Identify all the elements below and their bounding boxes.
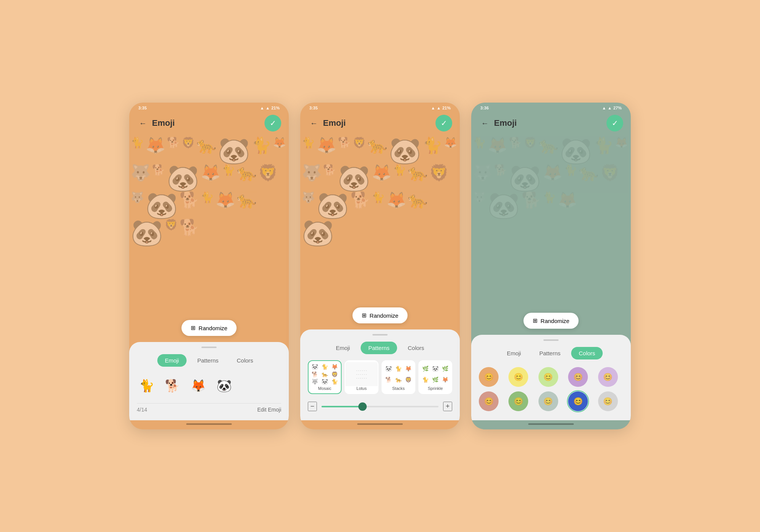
pattern-lotus[interactable]: · · · · · ·· · · · · ·· · · · · · Lotus — [345, 360, 378, 394]
header-3: ← Emoji ✓ — [471, 112, 631, 136]
bg-animal: 🐆 — [367, 138, 387, 163]
patterns-screen: 3:35 ▲ ▲ 21% ← Emoji ✓ 🐈 🦊 🐕 🦁 🐆 🐼 🐈 🦊 — [300, 103, 460, 429]
back-button-3[interactable]: ← — [479, 117, 491, 129]
bg-animal: 🐺 — [302, 165, 321, 191]
signal-icon-3: ▲ — [602, 106, 606, 110]
confirm-button-3[interactable]: ✓ — [606, 115, 623, 131]
page-title-1: Emoji — [152, 118, 264, 128]
bg-animal: 🦊 — [386, 192, 406, 218]
bottom-sheet-3: Emoji Patterns Colors 😊 😊 😊 😊 😊 😊 😊 😊 😊 … — [471, 335, 631, 420]
confirm-button-2[interactable]: ✓ — [435, 115, 452, 131]
bg-animal: 🐺 — [131, 165, 150, 191]
bg-animal: 🐈 — [252, 138, 271, 163]
bg-animal: 🦊 — [488, 138, 507, 163]
nav-bar-3 — [528, 423, 574, 425]
slider-thumb[interactable] — [358, 402, 367, 411]
sheet-handle-3 — [543, 339, 559, 341]
wifi-icon-1: ▲ — [266, 106, 270, 110]
color-yellow[interactable]: 😊 — [508, 367, 528, 387]
bg-animal: 🐼 — [167, 165, 199, 191]
color-rose[interactable]: 😊 — [479, 391, 499, 411]
colors-screen: 3:36 ▲ ▲ 27% ← Emoji ✓ 🐈 🦊 🐕 🦁 🐆 🐼 🐈 🦊 — [471, 103, 631, 429]
tab-patterns-1[interactable]: Patterns — [190, 354, 226, 367]
tab-patterns-2[interactable]: Patterns — [361, 342, 397, 354]
slider-increase-button[interactable]: + — [443, 402, 452, 411]
bg-animal: 🐼 — [389, 138, 421, 163]
color-sage[interactable]: 😊 — [538, 391, 558, 411]
tab-colors-2[interactable]: Colors — [400, 342, 432, 354]
confirm-button-1[interactable]: ✓ — [264, 115, 281, 131]
bg-animal: 🐈 — [302, 138, 315, 163]
pattern-area-3: 🐈 🦊 🐕 🦁 🐆 🐼 🐈 🦊 🐺 🐕 🐼 🦊 🐈 🐆 🦁 🐺 🐼 🐕 🐈 — [471, 136, 631, 335]
status-bar-3: 3:36 ▲ ▲ 27% — [471, 103, 631, 112]
emoji-item-1[interactable]: 🐕 — [163, 376, 182, 396]
back-button-1[interactable]: ← — [137, 117, 149, 129]
bg-animal: 🦊 — [201, 165, 220, 191]
slider-decrease-button[interactable]: − — [308, 402, 317, 411]
bg-animal: 🐕 — [338, 138, 351, 163]
bg-animal: 🐼 — [146, 192, 178, 218]
pattern-stacks[interactable]: 🐼 🐈 🦊 🐕 🐆 🦁 Stacks — [382, 360, 415, 394]
color-orange[interactable]: 😊 — [479, 367, 499, 387]
bg-animal: 🦁 — [165, 220, 178, 245]
pattern-label-sprinkle: Sprinkle — [419, 386, 451, 392]
randomize-button-1[interactable]: ⊞ Randomize — [182, 320, 237, 336]
bg-animals-3: 🐈 🦊 🐕 🦁 🐆 🐼 🐈 🦊 🐺 🐕 🐼 🦊 🐈 🐆 🦁 🐺 🐼 🐕 🐈 — [471, 136, 631, 335]
emoji-item-0[interactable]: 🐈 — [137, 376, 157, 396]
randomize-button-3[interactable]: ⊞ Randomize — [524, 313, 579, 329]
tab-emoji-3[interactable]: Emoji — [499, 347, 529, 359]
bg-animal: 🐕 — [152, 165, 165, 191]
tabs-row-1: Emoji Patterns Colors — [137, 354, 281, 367]
bg-animals-1: 🐈 🦊 🐕 🦁 🐆 🐼 🐈 🦊 🐺 🐕 🐼 🦊 🐈 🐆 🦁 🐺 🐼 🐕 🐈 — [129, 136, 289, 342]
time-2: 3:35 — [309, 106, 318, 110]
color-green[interactable]: 😊 — [508, 391, 528, 411]
back-button-2[interactable]: ← — [308, 117, 320, 129]
bg-animal: 🐆 — [237, 192, 256, 218]
randomize-button-2[interactable]: ⊞ Randomize — [353, 307, 408, 323]
tabs-row-3: Emoji Patterns Colors — [479, 347, 623, 359]
emoji-item-3[interactable]: 🐼 — [214, 376, 234, 396]
tab-emoji-2[interactable]: Emoji — [328, 342, 358, 354]
bg-animal: 🐺 — [131, 192, 144, 218]
tab-emoji-1[interactable]: Emoji — [157, 354, 187, 367]
bg-animal: 🦁 — [524, 138, 537, 163]
bg-animal: 🐆 — [237, 165, 256, 191]
bg-animal: 🦊 — [317, 138, 336, 163]
color-green-light[interactable]: 😊 — [538, 367, 558, 387]
status-icons-1: ▲ ▲ 21% — [260, 106, 280, 110]
color-blue[interactable]: 😊 — [568, 391, 588, 411]
bg-animal: 🐼 — [317, 192, 349, 218]
wifi-icon-3: ▲ — [608, 106, 612, 110]
bg-animal: 🐼 — [338, 165, 370, 191]
status-bar-1: 3:35 ▲ ▲ 21% — [129, 103, 289, 112]
bg-animal: 🐈 — [594, 138, 613, 163]
bg-animal: 🦁 — [258, 165, 278, 191]
color-gray[interactable]: 😊 — [598, 391, 618, 411]
pattern-sprinkle[interactable]: 🌿 🐼 🌿 🐈 🌿 🦊 Sprinkle — [418, 360, 452, 394]
tab-colors-3[interactable]: Colors — [571, 347, 603, 359]
edit-emoji-button[interactable]: Edit Emoji — [257, 407, 281, 413]
randomize-label-1: Randomize — [199, 325, 228, 331]
color-lavender[interactable]: 😊 — [598, 367, 618, 387]
bg-animal: 🐕 — [509, 138, 522, 163]
tab-colors-1[interactable]: Colors — [229, 354, 261, 367]
size-slider-row: − + — [308, 400, 452, 413]
bg-animal: 🐆 — [408, 192, 428, 218]
bg-animal: 🦁 — [182, 138, 195, 163]
bg-animals-2: 🐈 🦊 🐕 🦁 🐆 🐼 🐈 🦊 🐺 🐕 🐼 🦊 🐈 🐆 🦁 🐺 🐼 🐕 🐈 — [300, 136, 460, 329]
bg-animal: 🐼 — [509, 165, 541, 191]
bg-animal: 🦊 — [444, 138, 457, 163]
pattern-mosaic[interactable]: 🐼 🐈 🦊 🐕 🐆 🦁 🐺 🐼 🐈 Mosaic — [308, 360, 342, 394]
pattern-thumb-inner-lotus: · · · · · ·· · · · · ·· · · · · · — [345, 362, 378, 386]
bg-animal: 🐈 — [393, 165, 406, 191]
randomize-icon-1: ⊞ — [191, 325, 196, 331]
emoji-grid: 🐈 🐕 🦊 🐼 — [137, 373, 281, 400]
tab-patterns-3[interactable]: Patterns — [532, 347, 568, 359]
bg-animal: 🦁 — [600, 165, 620, 191]
bg-animal: 🐼 — [488, 192, 520, 218]
bg-animal: 🐈 — [201, 192, 214, 218]
screens-container: 3:35 ▲ ▲ 21% ← Emoji ✓ 🐈 🦊 🐕 🦁 🐆 🐼 🐈 — [129, 103, 631, 429]
slider-fill — [321, 406, 363, 407]
emoji-item-2[interactable]: 🦊 — [188, 376, 208, 396]
color-purple-light[interactable]: 😊 — [568, 367, 588, 387]
